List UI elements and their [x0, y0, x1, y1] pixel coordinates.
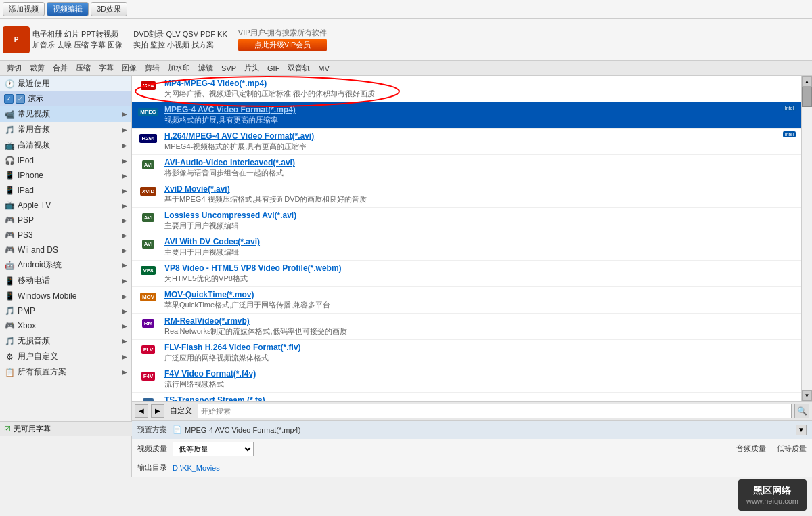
menu-image[interactable]: 图像 [118, 62, 141, 74]
all-presets-icon: 📋 [4, 367, 15, 378]
audio-quality-label: 音频质量 [736, 444, 766, 454]
wii-icon: 🎮 [4, 244, 15, 255]
nav-back-button[interactable]: ◀ [135, 404, 148, 418]
format-content: MPEG-4 AVC Video Format(*.mp4) 视频格式的扩展,具… [164, 105, 796, 125]
video-quality-select[interactable]: 低等质量 [173, 442, 254, 456]
format-badge: VP8 [141, 266, 155, 275]
hw-badges: Intel [783, 105, 796, 111]
arrow-allpresets-icon: ▶ [122, 368, 127, 376]
format-item[interactable]: AVI AVI-Audio-Video Interleaved(*.avi) 将… [132, 155, 801, 181]
menu-mv[interactable]: MV [314, 64, 334, 73]
arrow-userdef-icon: ▶ [122, 353, 127, 360]
add-video-button[interactable]: 添加视频 [3, 2, 45, 16]
sidebar-item-ipad[interactable]: 📱 iPad ▶ [0, 183, 131, 198]
menu-svp[interactable]: SVP [217, 64, 240, 73]
format-item[interactable]: VP8 VP8 Video - HTML5 VP8 Video Profile(… [132, 261, 801, 287]
format-title: XviD Movie(*.avi) [164, 184, 796, 194]
quality-bar: 视频质量 低等质量 音频质量 低等质量 [132, 439, 812, 458]
menu-merge[interactable]: 合并 [49, 62, 72, 74]
sidebar-item-windows-mobile[interactable]: 📱 Windows Mobile ▶ [0, 288, 131, 303]
3d-button[interactable]: 3D效果 [91, 2, 127, 16]
format-item[interactable]: AVI Lossless Uncompressed Avi(*.avi) 主要用… [132, 208, 801, 234]
sidebar-item-mobile[interactable]: 📱 移动电话 ▶ [0, 273, 131, 288]
sidebar-wii-ds-label: Wii and DS [18, 245, 58, 255]
format-item[interactable]: MPEG MPEG-4 AVC Video Format(*.mp4) 视频格式… [132, 102, 801, 129]
sidebar-item-xbox[interactable]: 🎮 Xbox ▶ [0, 318, 131, 333]
format-item[interactable]: MP4 MP4-MPEG-4 Video(*.mp4) 为网络广播、视频通讯定制… [132, 76, 801, 102]
promo-logo: P [3, 26, 30, 53]
sidebar-item-ipod[interactable]: 🎧 iPod ▶ [0, 153, 131, 168]
format-item[interactable]: H264 H.264/MPEG-4 AVC Video Format(*.avi… [132, 129, 801, 155]
preset-value: MPEG-4 AVC Video Format(*.mp4) [185, 426, 300, 434]
preset-dropdown-button[interactable]: ▼ [796, 425, 807, 435]
preset-icon: 📄 [173, 425, 182, 434]
format-item[interactable]: MOV MOV-QuickTime(*.mov) 苹果QuickTime格式,广… [132, 287, 801, 314]
windows-mobile-icon: 📱 [4, 291, 15, 301]
xbox-icon: 🎮 [4, 320, 15, 331]
scroll-down-button[interactable]: ▼ [802, 390, 812, 401]
format-title: FLV-Flash H.264 Video Format(*.flv) [164, 343, 796, 352]
format-description: 为HTML5优化的VP8格式 [164, 274, 796, 284]
format-item[interactable]: TS TS-Transport Stream (*.ts) 传输交标准 [132, 393, 801, 401]
sidebar-ipod-label: iPod [18, 156, 34, 165]
sidebar-item-hd-video[interactable]: 📺 高清视频 ▶ [0, 137, 131, 153]
sidebar-item-all-presets[interactable]: 📋 所有预置方案 ▶ [0, 364, 131, 380]
sidebar-recently-used[interactable]: 🕐 最近使用 [0, 76, 131, 91]
vip-upgrade-button[interactable]: 点此升级VIP会员 [238, 39, 327, 51]
format-content: VP8 Video - HTML5 VP8 Video Profile(*.we… [164, 263, 796, 284]
sidebar-common-video[interactable]: ✓ ✓ 演示 [0, 91, 131, 106]
sidebar-item-common-audio[interactable]: 🎵 常用音频 ▶ [0, 122, 131, 137]
scroll-up-button[interactable]: ▲ [802, 76, 812, 87]
menu-bar: 剪切 裁剪 合并 压缩 字幕 图像 剪辑 加水印 滤镜 SVP 片头 GIF 双… [0, 61, 812, 76]
video-icon: 📹 [4, 109, 15, 120]
arrow-winmobile-icon: ▶ [122, 293, 127, 300]
format-badge: AVI [142, 240, 155, 249]
scrollbar[interactable]: ▲ ▼ [801, 76, 812, 401]
search-input[interactable] [198, 404, 792, 418]
sidebar-item-iphone[interactable]: 📱 IPhone ▶ [0, 168, 131, 183]
sidebar-item-apple-tv[interactable]: 📺 Apple TV ▶ [0, 198, 131, 213]
sidebar-item-user-defined[interactable]: ⚙ 用户自定义 ▶ [0, 349, 131, 364]
sidebar-item-wii-ds[interactable]: 🎮 Wii and DS ▶ [0, 242, 131, 257]
nav-forward-button[interactable]: ▶ [151, 404, 164, 418]
sidebar-item-psp[interactable]: 🎮 PSP ▶ [0, 213, 131, 228]
format-item[interactable]: F4V F4V Video Format(*.f4v) 流行网络视频格式 [132, 366, 801, 393]
sidebar-ipad-label: iPad [18, 186, 34, 195]
menu-subtitle[interactable]: 字幕 [95, 62, 118, 74]
menu-dual-audio[interactable]: 双音轨 [284, 62, 314, 74]
search-button[interactable]: 🔍 [794, 404, 809, 418]
sidebar-item-lossless-audio[interactable]: 🎵 无损音频 ▶ [0, 333, 131, 349]
menu-crop[interactable]: 裁剪 [26, 62, 49, 74]
audio-icon: 🎵 [4, 125, 15, 135]
sidebar-item-pmp[interactable]: 🎵 PMP ▶ [0, 303, 131, 318]
format-description: RealNetworks制定的流媒体格式,低码率也可接受的画质 [164, 326, 796, 337]
menu-cut[interactable]: 剪切 [3, 62, 26, 74]
format-content: XviD Movie(*.avi) 基于MPEG4-视频压缩格式,具有接近DVD… [164, 184, 796, 205]
sidebar-hd-video-label: 高清视频 [18, 139, 50, 151]
format-item[interactable]: FLV FLV-Flash H.264 Video Format(*.flv) … [132, 340, 801, 366]
sidebar-demo-label: 演示 [28, 93, 43, 104]
sidebar-item-ps3[interactable]: 🎮 PS3 ▶ [0, 228, 131, 242]
menu-clip[interactable]: 剪辑 [141, 62, 164, 74]
hw-badges: Intel [783, 131, 796, 137]
format-badge-icon: H264 [137, 131, 159, 145]
format-badge: AVI [142, 160, 155, 169]
menu-compress[interactable]: 压缩 [72, 62, 95, 74]
format-content: TS-Transport Stream (*.ts) 传输交标准 [164, 395, 796, 401]
sidebar-item-common-video[interactable]: 📹 常见视频 ▶ [0, 106, 131, 122]
format-item[interactable]: AVI AVI With DV Codec(*.avi) 主要用于用户视频编辑 [132, 234, 801, 261]
format-item[interactable]: XVID XviD Movie(*.avi) 基于MPEG4-视频压缩格式,具有… [132, 181, 801, 208]
arrow-psp-icon: ▶ [122, 217, 127, 224]
menu-gif[interactable]: GIF [263, 64, 284, 73]
format-item[interactable]: RM RM-RealVideo(*.rmvb) RealNetworks制定的流… [132, 314, 801, 340]
format-title: VP8 Video - HTML5 VP8 Video Profile(*.we… [164, 263, 796, 273]
video-edit-button[interactable]: 视频编辑 [47, 2, 89, 16]
menu-filter[interactable]: 滤镜 [194, 62, 217, 74]
scroll-thumb[interactable] [802, 87, 812, 107]
subtitle-bar: ☑ 无可用字幕 [0, 421, 132, 436]
intel-hw-badge: Intel [783, 105, 796, 111]
format-content: MOV-QuickTime(*.mov) 苹果QuickTime格式,广泛用于网… [164, 290, 796, 310]
menu-intro[interactable]: 片头 [240, 62, 263, 74]
sidebar-item-android[interactable]: 🤖 Android系统 ▶ [0, 257, 131, 273]
menu-watermark[interactable]: 加水印 [164, 62, 194, 74]
